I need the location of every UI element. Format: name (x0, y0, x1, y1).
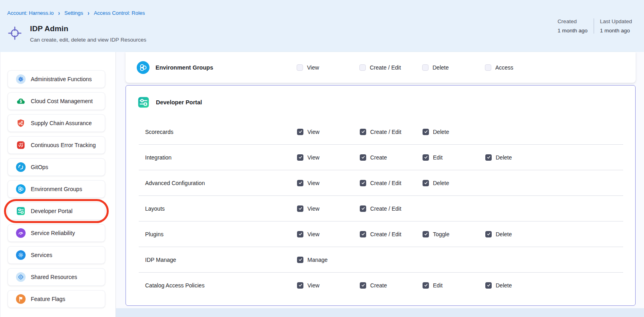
checked-checkbox-edit[interactable] (423, 154, 429, 161)
sidebar-item-services[interactable]: Services (8, 246, 105, 264)
breadcrumb-link-access-control-roles[interactable]: Access Control: Roles (94, 10, 145, 16)
permission-row-label: Layouts (145, 205, 165, 212)
permission-label: Manage (307, 257, 328, 263)
service-reliability-icon (16, 228, 26, 238)
sidebar-item-label: Services (31, 252, 52, 258)
permission-label: Create / Edit (370, 231, 401, 237)
environment-groups-permissions-card: Environment GroupsViewCreate / EditDelet… (126, 52, 636, 83)
permission-cell-access: Access (485, 64, 548, 71)
permission-label: Edit (433, 154, 443, 161)
sidebar-item-label: Shared Resources (31, 274, 77, 280)
gear-icon (16, 74, 26, 84)
last-updated-value: 1 month ago (600, 28, 632, 34)
role-meta: Created 1 month ago Last Updated 1 month… (558, 18, 632, 34)
permission-label: View (307, 231, 319, 237)
permission-row-label: IDP Manage (145, 257, 176, 263)
sidebar-item-administrative-functions[interactable]: Administrative Functions (8, 70, 105, 88)
checked-checkbox-view[interactable] (297, 129, 303, 135)
developer-portal-icon (16, 206, 26, 216)
environment-groups-header: Environment GroupsViewCreate / EditDelet… (126, 52, 636, 83)
permission-row-layouts: LayoutsViewCreate / Edit (126, 196, 635, 221)
sidebar-item-environment-groups[interactable]: Environment Groups (8, 180, 105, 198)
sidebar-item-label: Cloud Cost Management (31, 98, 93, 104)
permission-cell-view: View (297, 129, 360, 135)
permission-row-plugins: PluginsViewCreate / EditToggleDelete (126, 221, 635, 247)
permission-cells: Manage (297, 247, 360, 272)
permission-cells: ViewCreateEditDelete (297, 145, 548, 170)
checked-checkbox-create-edit[interactable] (360, 180, 366, 186)
permission-label: Delete (433, 64, 449, 71)
checked-checkbox-delete[interactable] (423, 180, 429, 186)
checked-checkbox-view[interactable] (297, 282, 303, 289)
permission-cell-create-edit: Create / Edit (359, 64, 422, 71)
checked-checkbox-create[interactable] (360, 154, 366, 161)
checked-checkbox-delete[interactable] (423, 129, 429, 135)
developer-portal-icon (137, 96, 150, 109)
sidebar-item-service-reliability[interactable]: Service Reliability (8, 224, 105, 242)
sidebar-item-developer-portal[interactable]: Developer Portal (8, 202, 105, 220)
permission-row-idp-manage: IDP ManageManage (126, 247, 635, 272)
permission-cell-create-edit: Create / Edit (360, 180, 423, 186)
permission-cell-delete: Delete (485, 231, 548, 237)
sidebar-item-gitops[interactable]: GitOps (8, 158, 105, 176)
checked-checkbox-delete[interactable] (485, 154, 492, 161)
meta-divider (594, 18, 594, 34)
unchecked-checkbox-create-edit[interactable] (359, 64, 366, 71)
breadcrumb-link-settings[interactable]: Settings (64, 10, 83, 16)
checked-checkbox-create-edit[interactable] (360, 231, 366, 237)
error-target-icon (16, 140, 26, 150)
svg-text:$: $ (20, 99, 22, 104)
checked-checkbox-create-edit[interactable] (360, 129, 366, 135)
checked-checkbox-toggle[interactable] (423, 231, 429, 237)
page: Account: Harness.io›Settings›Access Cont… (0, 0, 644, 317)
checked-checkbox-manage[interactable] (297, 257, 303, 263)
developer-portal-permissions-card: Developer PortalScorecardsViewCreate / E… (126, 85, 636, 306)
checked-checkbox-create-edit[interactable] (360, 205, 366, 212)
permission-label: View (307, 205, 319, 212)
permission-row-label: Advanced Configuration (145, 180, 205, 186)
chevron-right-icon: › (88, 9, 90, 16)
checked-checkbox-view[interactable] (297, 154, 303, 161)
permission-cell-edit: Edit (423, 154, 485, 161)
permission-label: Edit (433, 282, 443, 289)
permission-cell-create-edit: Create / Edit (360, 129, 423, 135)
checked-checkbox-view[interactable] (297, 205, 303, 212)
environment-groups-icon (137, 61, 150, 74)
developer-portal-title: Developer Portal (156, 99, 202, 106)
checked-checkbox-view[interactable] (297, 231, 303, 237)
sidebar-item-shared-resources[interactable]: Shared Resources (8, 268, 105, 286)
permission-row-scorecards: ScorecardsViewCreate / EditDelete (126, 119, 635, 144)
permission-cell-view: View (297, 205, 360, 212)
permission-label: Create / Edit (370, 64, 401, 71)
permission-label: View (307, 180, 319, 186)
sidebar-item-label: GitOps (31, 164, 48, 170)
permission-cell-delete: Delete (485, 282, 548, 289)
permission-row-label: Plugins (145, 231, 163, 237)
checked-checkbox-create[interactable] (360, 282, 366, 289)
permission-cell-delete: Delete (485, 154, 548, 161)
unchecked-checkbox-view[interactable] (297, 64, 303, 71)
unchecked-checkbox-delete[interactable] (422, 64, 429, 71)
breadcrumb: Account: Harness.io›Settings›Access Cont… (7, 10, 634, 16)
permission-row-label: Integration (145, 154, 171, 161)
unchecked-checkbox-access[interactable] (485, 64, 491, 71)
permission-label: View (307, 154, 319, 161)
checked-checkbox-delete[interactable] (485, 231, 492, 237)
checked-checkbox-edit[interactable] (423, 282, 429, 289)
sidebar-item-cloud-cost-management[interactable]: $Cloud Cost Management (8, 92, 105, 110)
permission-label: Delete (433, 180, 449, 186)
sidebar-item-label: Service Reliability (31, 230, 75, 236)
sidebar-item-supply-chain-assurance[interactable]: Supply Chain Assurance (8, 114, 105, 132)
permission-cell-view: View (297, 64, 359, 71)
checked-checkbox-delete[interactable] (485, 282, 492, 289)
breadcrumb-link-account-harness-io[interactable]: Account: Harness.io (7, 10, 54, 16)
permission-label: Delete (496, 154, 512, 161)
permission-cell-manage: Manage (297, 257, 360, 263)
sidebar-item-label: Feature Flags (31, 296, 65, 302)
permission-cell-view: View (297, 154, 360, 161)
sidebar-item-label: Supply Chain Assurance (31, 120, 92, 126)
sidebar-item-feature-flags[interactable]: Feature Flags (8, 290, 105, 308)
created-value: 1 month ago (558, 28, 588, 34)
checked-checkbox-view[interactable] (297, 180, 303, 186)
sidebar-item-continuous-error-tracking[interactable]: Continuous Error Tracking (8, 136, 105, 154)
